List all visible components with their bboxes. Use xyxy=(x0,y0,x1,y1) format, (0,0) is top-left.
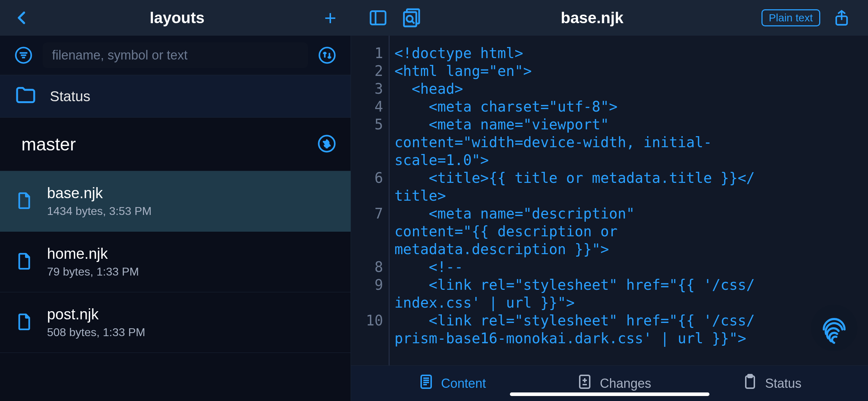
file-name: base.njk xyxy=(47,185,152,202)
folder-title: layouts xyxy=(150,9,205,27)
branch-row[interactable]: master $ xyxy=(0,118,351,171)
file-icon xyxy=(14,191,34,212)
language-badge[interactable]: Plain text xyxy=(761,9,820,26)
status-icon xyxy=(742,373,759,394)
touch-id-button[interactable] xyxy=(811,305,857,351)
file-item[interactable]: home.njk79 bytes, 1:33 PM xyxy=(0,232,351,292)
svg-text:$: $ xyxy=(325,140,329,149)
status-row[interactable]: Status xyxy=(0,75,351,118)
content-icon xyxy=(418,373,435,394)
search-bar xyxy=(0,36,351,75)
svg-rect-7 xyxy=(371,11,386,24)
file-icon xyxy=(14,251,34,273)
tab-changes[interactable]: Changes xyxy=(576,373,651,394)
status-label: Status xyxy=(50,88,90,104)
search-input[interactable] xyxy=(43,42,308,68)
add-button[interactable]: + xyxy=(324,7,336,28)
file-name: home.njk xyxy=(47,245,139,262)
branch-switch-icon[interactable]: $ xyxy=(317,134,336,155)
line-gutter: 12345678910 xyxy=(351,36,389,365)
tab-label: Changes xyxy=(600,376,651,391)
tab-label: Content xyxy=(441,376,486,391)
share-icon[interactable] xyxy=(832,9,851,27)
file-meta: 508 bytes, 1:33 PM xyxy=(47,326,145,339)
file-list: base.njk1434 bytes, 3:53 PMhome.njk79 by… xyxy=(0,171,351,401)
editor-filename: base.njk xyxy=(561,9,624,27)
find-in-files-icon[interactable] xyxy=(400,6,423,29)
code-text[interactable]: <!doctype html><html lang="en"> <head> <… xyxy=(389,36,868,365)
tab-status[interactable]: Status xyxy=(742,373,801,394)
changes-icon xyxy=(576,373,593,394)
editor-toolbar: base.njk Plain text xyxy=(351,0,868,36)
home-indicator xyxy=(510,392,709,396)
file-meta: 1434 bytes, 3:53 PM xyxy=(47,205,152,218)
nav-bar: layouts + xyxy=(0,0,351,36)
svg-point-4 xyxy=(319,47,335,63)
sync-icon[interactable] xyxy=(318,46,336,65)
folder-icon xyxy=(14,84,37,108)
editor-panel: base.njk Plain text 12345678910 <!doctyp… xyxy=(351,0,868,401)
file-item[interactable]: post.njk508 bytes, 1:33 PM xyxy=(0,292,351,353)
tab-content[interactable]: Content xyxy=(418,373,486,394)
file-item[interactable]: base.njk1434 bytes, 3:53 PM xyxy=(0,171,351,232)
code-area[interactable]: 12345678910 <!doctype html><html lang="e… xyxy=(351,36,868,365)
branch-name: master xyxy=(21,134,76,155)
tab-label: Status xyxy=(765,376,801,391)
back-button[interactable] xyxy=(14,10,30,26)
file-meta: 79 bytes, 1:33 PM xyxy=(47,265,139,278)
toggle-sidebar-icon[interactable] xyxy=(368,8,388,28)
file-name: post.njk xyxy=(47,306,145,323)
file-icon xyxy=(14,312,34,333)
filter-icon[interactable] xyxy=(14,46,33,65)
file-browser-panel: layouts + Status master $ base.njk1434 b… xyxy=(0,0,351,401)
